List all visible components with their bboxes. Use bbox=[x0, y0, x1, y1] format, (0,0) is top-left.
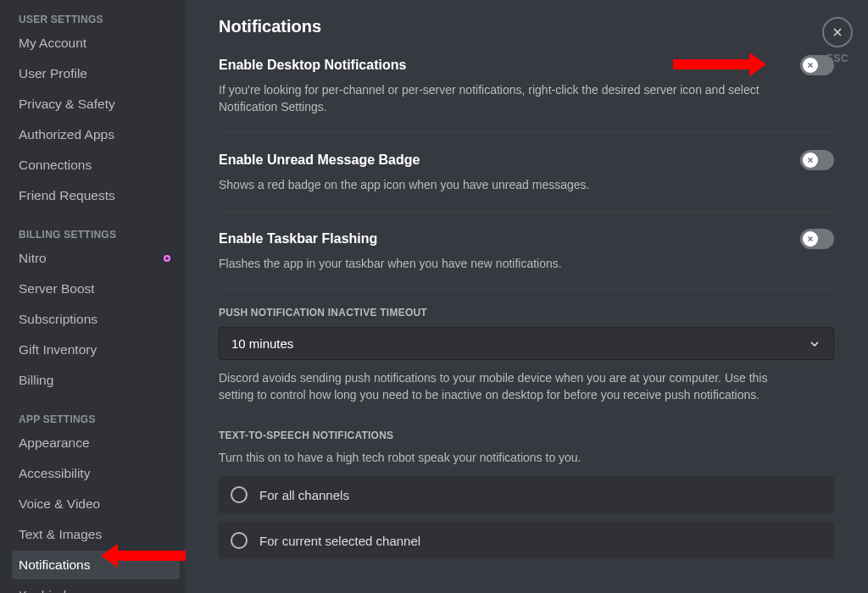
settings-content: ESC Notifications Enable Desktop Notific… bbox=[185, 0, 868, 593]
sidebar-item-keybinds[interactable]: Keybinds bbox=[12, 581, 180, 593]
sidebar-item-connections[interactable]: Connections bbox=[12, 151, 180, 180]
close-icon bbox=[831, 25, 844, 39]
nitro-icon bbox=[161, 252, 173, 264]
desktop-notifications-label: Enable Desktop Notifications bbox=[219, 58, 406, 73]
setting-tts: TEXT-TO-SPEECH NOTIFICATIONS Turn this o… bbox=[219, 430, 834, 572]
sidebar-item-nitro[interactable]: Nitro bbox=[12, 244, 180, 273]
taskbar-flashing-label: Enable Taskbar Flashing bbox=[219, 231, 377, 247]
push-timeout-value: 10 minutes bbox=[231, 336, 293, 351]
taskbar-flashing-toggle[interactable] bbox=[800, 229, 834, 249]
sidebar-section-user: USER SETTINGS bbox=[12, 8, 180, 29]
tts-header: TEXT-TO-SPEECH NOTIFICATIONS bbox=[219, 430, 834, 441]
settings-sidebar: USER SETTINGS My Account User Profile Pr… bbox=[0, 0, 185, 593]
tts-option-label: For current selected channel bbox=[259, 534, 420, 548]
taskbar-flashing-desc: Flashes the app in your taskbar when you… bbox=[219, 256, 778, 273]
setting-taskbar-flashing: Enable Taskbar Flashing Flashes the app … bbox=[219, 229, 834, 291]
desktop-notifications-desc: If you're looking for per-channel or per… bbox=[219, 82, 778, 115]
sidebar-section-billing: BILLING SETTINGS bbox=[12, 224, 180, 244]
sidebar-item-friend-requests[interactable]: Friend Requests bbox=[12, 181, 180, 210]
sidebar-item-server-boost[interactable]: Server Boost bbox=[12, 274, 180, 303]
sidebar-item-gift-inventory[interactable]: Gift Inventory bbox=[12, 335, 180, 364]
unread-badge-label: Enable Unread Message Badge bbox=[219, 152, 420, 168]
sidebar-item-appearance[interactable]: Appearance bbox=[12, 429, 180, 457]
setting-unread-badge: Enable Unread Message Badge Shows a red … bbox=[219, 150, 834, 212]
push-timeout-header: PUSH NOTIFICATION INACTIVE TIMEOUT bbox=[219, 307, 834, 319]
toggle-knob-icon bbox=[803, 152, 818, 168]
annotation-arrow-toggle bbox=[673, 53, 766, 76]
push-timeout-desc: Discord avoids sending push notification… bbox=[219, 370, 778, 403]
setting-push-timeout: PUSH NOTIFICATION INACTIVE TIMEOUT 10 mi… bbox=[219, 307, 834, 407]
radio-icon bbox=[231, 532, 248, 549]
desktop-notifications-toggle[interactable] bbox=[800, 55, 834, 75]
sidebar-item-my-account[interactable]: My Account bbox=[12, 29, 180, 58]
sidebar-item-user-profile[interactable]: User Profile bbox=[12, 59, 180, 88]
chevron-down-icon bbox=[808, 337, 821, 351]
svg-point-1 bbox=[165, 257, 169, 260]
radio-icon bbox=[231, 486, 248, 503]
unread-badge-desc: Shows a red badge on the app icon when y… bbox=[219, 177, 778, 194]
sidebar-item-authorized-apps[interactable]: Authorized Apps bbox=[12, 120, 180, 149]
page-title: Notifications bbox=[219, 17, 834, 36]
tts-option-all-channels[interactable]: For all channels bbox=[219, 476, 834, 513]
sidebar-item-voice-video[interactable]: Voice & Video bbox=[12, 490, 180, 518]
toggle-knob-icon bbox=[803, 231, 818, 247]
tts-desc: Turn this on to have a high tech robot s… bbox=[219, 450, 778, 467]
sidebar-item-privacy-safety[interactable]: Privacy & Safety bbox=[12, 90, 180, 119]
push-timeout-dropdown[interactable]: 10 minutes bbox=[219, 327, 834, 360]
close-button[interactable] bbox=[822, 17, 853, 47]
tts-option-current-channel[interactable]: For current selected channel bbox=[219, 522, 834, 559]
sidebar-item-subscriptions[interactable]: Subscriptions bbox=[12, 305, 180, 334]
tts-option-label: For all channels bbox=[259, 488, 349, 502]
unread-badge-toggle[interactable] bbox=[800, 150, 834, 170]
annotation-arrow-sidebar bbox=[101, 544, 186, 568]
toggle-knob-icon bbox=[803, 58, 818, 73]
sidebar-item-accessibility[interactable]: Accessibility bbox=[12, 459, 180, 488]
sidebar-item-billing[interactable]: Billing bbox=[12, 366, 180, 395]
sidebar-section-app: APP SETTINGS bbox=[12, 408, 180, 429]
